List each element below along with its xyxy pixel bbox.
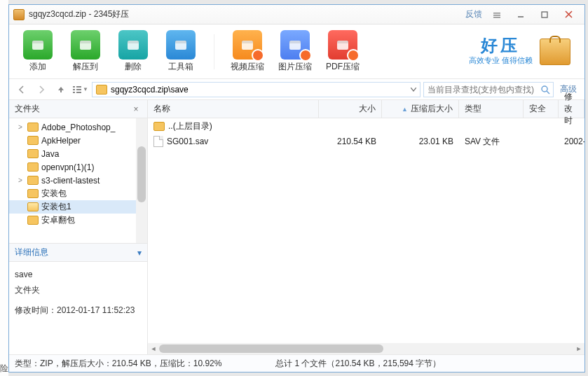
- details-panel-header[interactable]: 详细信息 ▾: [9, 244, 147, 262]
- file-row[interactable]: SG001.sav210.54 KB23.01 KBSAV 文件2002-: [148, 134, 584, 149]
- path-bar[interactable]: [92, 82, 421, 97]
- tree-scrollbar[interactable]: [136, 118, 147, 243]
- svg-rect-2: [493, 17, 500, 18]
- search-box[interactable]: [423, 82, 554, 97]
- toolbar-toolbox[interactable]: 工具箱: [162, 30, 200, 73]
- toolbar-image-compress[interactable]: 图片压缩: [276, 30, 314, 73]
- col-type[interactable]: 类型: [459, 100, 524, 118]
- delete-icon: [118, 30, 148, 60]
- toolbar-label: 工具箱: [168, 61, 193, 73]
- scroll-track[interactable]: [159, 343, 573, 354]
- svg-rect-0: [493, 13, 500, 14]
- tree-label: Adobe_Photoshop_: [41, 123, 115, 132]
- col-modified[interactable]: 修改时: [559, 100, 584, 118]
- maximize-button[interactable]: [533, 7, 556, 22]
- close-button[interactable]: [556, 7, 580, 22]
- video-compress-icon: [233, 30, 262, 60]
- folders-header-label: 文件夹: [15, 103, 40, 115]
- arrow-right-icon: [37, 85, 46, 94]
- up-button[interactable]: [53, 82, 69, 97]
- tree-item[interactable]: 安装包: [9, 187, 147, 200]
- col-size[interactable]: 大小: [319, 100, 382, 118]
- scroll-right-button[interactable]: ►: [573, 343, 584, 354]
- svg-rect-4: [542, 12, 547, 18]
- toolbar-extract[interactable]: 解压到: [67, 30, 104, 73]
- tree-item[interactable]: Java: [9, 147, 147, 160]
- col-compressed-label: 压缩后大小: [411, 103, 453, 115]
- navigation-bar: ▼ 高级: [9, 79, 584, 100]
- col-safe[interactable]: 安全: [524, 100, 559, 118]
- svg-point-28: [542, 86, 547, 92]
- view-mode-button[interactable]: ▼: [72, 82, 89, 97]
- toolbar-label: 视频压缩: [231, 61, 264, 73]
- tree-item[interactable]: >Adobe_Photoshop_: [9, 120, 147, 134]
- tree-label: 安装包: [41, 188, 67, 200]
- svg-rect-20: [337, 41, 348, 43]
- svg-rect-8: [32, 41, 43, 43]
- app-icon: [13, 9, 25, 20]
- col-name[interactable]: 名称: [148, 100, 319, 118]
- toolbar-pdf-compress[interactable]: PDF压缩: [324, 30, 362, 73]
- list-view-icon: [73, 85, 81, 94]
- chevron-down-icon: [411, 88, 416, 92]
- path-dropdown[interactable]: [407, 88, 420, 92]
- svg-rect-21: [60, 90, 62, 92]
- file-compressed: 23.01 KB: [382, 134, 459, 149]
- menu-icon: [493, 11, 500, 18]
- settings-dropdown[interactable]: [485, 7, 509, 22]
- app-window: sgqyz3cqcd.zip - 2345好压 反馈 添加解压到删除工具箱 视频…: [8, 4, 585, 372]
- folders-close-button[interactable]: ×: [130, 104, 142, 114]
- toolbar-delete[interactable]: 删除: [114, 30, 152, 73]
- toolbar-video-compress[interactable]: 视频压缩: [228, 30, 266, 73]
- tree-twist-icon[interactable]: >: [16, 176, 25, 184]
- scroll-thumb[interactable]: [159, 344, 383, 353]
- tree-label: s3-client-lastest: [41, 176, 100, 186]
- svg-rect-14: [175, 41, 186, 43]
- tree-label: ApkHelper: [41, 136, 81, 146]
- svg-rect-10: [80, 41, 91, 43]
- folder-icon: [153, 122, 165, 131]
- status-center: 总计 1 个文件（210.54 KB，215,594 字节）: [275, 358, 441, 370]
- search-input[interactable]: [424, 83, 538, 97]
- arrow-left-icon: [18, 85, 26, 94]
- folder-tree[interactable]: >Adobe_Photoshop_ApkHelperJavaopenvpn(1)…: [9, 118, 147, 243]
- tree-item[interactable]: 安装包1: [9, 200, 147, 214]
- horizontal-scrollbar[interactable]: ◄ ►: [148, 343, 584, 354]
- file-modified: 2002-: [559, 137, 584, 146]
- toolbar-add-archive[interactable]: 添加: [19, 30, 57, 73]
- tree-item[interactable]: >s3-client-lastest: [9, 174, 147, 187]
- file-compressed: [382, 118, 459, 134]
- extract-icon: [71, 30, 100, 60]
- file-row[interactable]: ..(上层目录): [148, 118, 584, 134]
- main-toolbar: 添加解压到删除工具箱 视频压缩图片压缩PDF压缩 好压 高效专业 值得信赖: [9, 25, 584, 79]
- svg-rect-12: [128, 41, 139, 43]
- svg-rect-24: [73, 89, 75, 90]
- tree-item[interactable]: ApkHelper: [9, 134, 147, 147]
- titlebar[interactable]: sgqyz3cqcd.zip - 2345好压 反馈: [9, 5, 584, 25]
- file-rows[interactable]: ..(上层目录)SG001.sav210.54 KB23.01 KBSAV 文件…: [148, 118, 584, 343]
- details-header-label: 详细信息: [15, 246, 48, 258]
- minimize-button[interactable]: [509, 7, 533, 22]
- feedback-link[interactable]: 反馈: [465, 8, 482, 20]
- back-button[interactable]: [13, 82, 30, 97]
- column-headers[interactable]: 名称 大小 ▲压缩后大小 类型 安全 修改时: [148, 100, 584, 118]
- brand-name: 好压: [481, 37, 520, 54]
- search-button[interactable]: [538, 85, 553, 95]
- forward-button[interactable]: [33, 82, 50, 97]
- folder-icon: [96, 85, 107, 95]
- path-input[interactable]: [111, 83, 407, 97]
- arrow-up-icon: [57, 85, 65, 94]
- svg-rect-26: [73, 92, 75, 93]
- svg-line-29: [547, 91, 549, 94]
- detail-type: 文件夹: [15, 283, 142, 298]
- col-compressed[interactable]: ▲压缩后大小: [382, 100, 459, 118]
- tree-twist-icon[interactable]: >: [16, 123, 25, 131]
- close-icon: [565, 11, 573, 18]
- toolbar-label: 解压到: [73, 61, 98, 73]
- file-name: ..(上层目录): [168, 120, 212, 132]
- scrollbar-thumb[interactable]: [137, 146, 146, 202]
- scroll-left-button[interactable]: ◄: [148, 343, 159, 354]
- pdf-compress-icon: [328, 30, 357, 60]
- tree-item[interactable]: openvpn(1)(1): [9, 160, 147, 174]
- tree-item[interactable]: 安卓翻包: [9, 214, 147, 227]
